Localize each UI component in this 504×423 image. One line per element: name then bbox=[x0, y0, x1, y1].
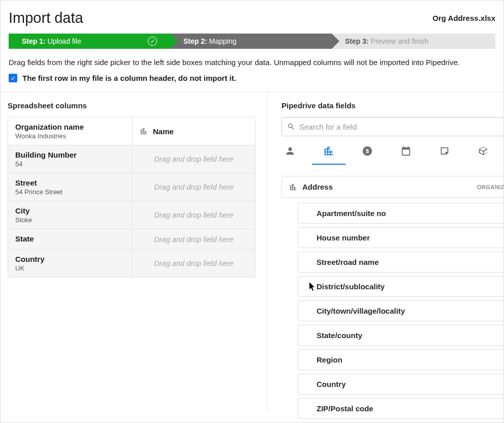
field-item-city[interactable]: City/town/village/locality bbox=[298, 300, 504, 321]
person-icon bbox=[285, 145, 296, 157]
column-name: Building Number bbox=[15, 150, 125, 159]
mapped-field-name: Name bbox=[153, 127, 174, 136]
tab-deal[interactable]: $ bbox=[360, 145, 375, 164]
field-item-country[interactable]: Country bbox=[298, 374, 504, 395]
field-group-title: Address bbox=[302, 183, 333, 191]
field-group-badge: ORGANIZATION bbox=[477, 184, 504, 190]
tab-activity[interactable] bbox=[398, 145, 414, 164]
field-item-state[interactable]: State/county bbox=[298, 325, 504, 346]
data-fields-title: Pipedrive data fields bbox=[281, 101, 504, 110]
mapping-dropzone[interactable]: Name bbox=[132, 117, 255, 145]
tab-organization[interactable] bbox=[321, 145, 336, 164]
field-item-house-number[interactable]: House number bbox=[298, 227, 504, 248]
note-icon bbox=[439, 145, 450, 157]
drop-placeholder: Drag and drop field here bbox=[154, 183, 233, 191]
column-sample: Wonka Industries bbox=[15, 132, 125, 140]
import-filename: Org Address.xlsx bbox=[432, 14, 495, 22]
table-row: Country UK Drag and drop field here bbox=[8, 250, 255, 277]
column-name: Street bbox=[15, 178, 125, 187]
stepper: Step 1: Upload file ✓ Step 2: Mapping St… bbox=[9, 34, 495, 49]
check-icon: ✓ bbox=[148, 37, 157, 46]
table-row: City Stoke Drag and drop field here bbox=[8, 201, 255, 229]
step-2[interactable]: Step 2: Mapping bbox=[170, 34, 332, 49]
page-title: Import data bbox=[9, 10, 83, 26]
table-row: State Drag and drop field here bbox=[8, 229, 255, 250]
drop-placeholder: Drag and drop field here bbox=[154, 259, 233, 267]
product-icon bbox=[478, 145, 489, 157]
instructions-text: Drag fields from the right side picker t… bbox=[1, 49, 503, 69]
calendar-icon bbox=[400, 145, 412, 157]
field-category-tabs: $ bbox=[281, 145, 504, 169]
search-icon bbox=[287, 123, 295, 131]
header-row-checkbox-label: The first row in my file is a column hea… bbox=[22, 74, 236, 82]
step-3-prefix: Step 3: bbox=[345, 37, 369, 45]
tab-note[interactable] bbox=[437, 145, 452, 164]
deal-icon: $ bbox=[362, 145, 373, 157]
step-3[interactable]: Step 3: Preview and finish bbox=[332, 34, 495, 49]
step-1[interactable]: Step 1: Upload file ✓ bbox=[9, 34, 170, 49]
drop-placeholder: Drag and drop field here bbox=[154, 211, 233, 219]
field-item-region[interactable]: Region bbox=[298, 349, 504, 370]
field-item-street-road[interactable]: Street/road name bbox=[298, 252, 504, 273]
step-1-prefix: Step 1: bbox=[22, 37, 46, 45]
column-name: Organization name bbox=[15, 123, 125, 131]
field-group-address: Address ORGANIZATION bbox=[281, 176, 504, 198]
column-name: City bbox=[15, 206, 125, 215]
tab-product[interactable] bbox=[476, 145, 491, 164]
table-row: Building Number 54 Drag and drop field h… bbox=[8, 145, 255, 173]
step-2-prefix: Step 2: bbox=[183, 37, 207, 45]
column-name: Country bbox=[15, 255, 125, 263]
field-item-district[interactable]: District/sublocality bbox=[298, 276, 504, 297]
search-field-container[interactable] bbox=[281, 117, 504, 136]
step-2-label: Mapping bbox=[209, 37, 237, 45]
tab-person[interactable] bbox=[282, 145, 298, 164]
header-row-checkbox[interactable]: ✓ bbox=[9, 74, 17, 82]
column-name: State bbox=[15, 234, 125, 243]
mapping-dropzone[interactable]: Drag and drop field here bbox=[132, 201, 255, 229]
field-item-zip[interactable]: ZIP/Postal code bbox=[298, 398, 504, 419]
mapping-dropzone[interactable]: Drag and drop field here bbox=[132, 250, 255, 277]
spreadsheet-columns-table: Organization name Wonka Industries Name … bbox=[8, 117, 256, 278]
svg-text:$: $ bbox=[366, 148, 369, 154]
column-sample: 54 bbox=[15, 160, 125, 168]
drop-placeholder: Drag and drop field here bbox=[154, 155, 233, 163]
drop-placeholder: Drag and drop field here bbox=[154, 235, 233, 244]
organization-icon bbox=[323, 145, 334, 157]
step-3-label: Preview and finish bbox=[371, 37, 429, 45]
column-sample: 54 Prince Street bbox=[15, 188, 125, 196]
table-row: Street 54 Prince Street Drag and drop fi… bbox=[8, 173, 255, 201]
mapping-dropzone[interactable]: Drag and drop field here bbox=[132, 173, 255, 201]
table-row: Organization name Wonka Industries Name bbox=[8, 117, 255, 145]
spreadsheet-columns-title: Spreadsheet columns bbox=[8, 101, 260, 110]
mapping-dropzone[interactable]: Drag and drop field here bbox=[132, 145, 255, 173]
field-list: Apartment/suite no House number Street/r… bbox=[281, 203, 504, 419]
step-1-label: Upload file bbox=[48, 37, 81, 45]
organization-icon bbox=[289, 183, 297, 191]
organization-icon bbox=[140, 127, 148, 135]
mapping-dropzone[interactable]: Drag and drop field here bbox=[132, 229, 255, 249]
column-sample: Stoke bbox=[15, 216, 125, 224]
field-item-apartment-suite[interactable]: Apartment/suite no bbox=[298, 203, 504, 224]
column-sample: UK bbox=[15, 264, 125, 272]
search-input[interactable] bbox=[299, 123, 504, 131]
